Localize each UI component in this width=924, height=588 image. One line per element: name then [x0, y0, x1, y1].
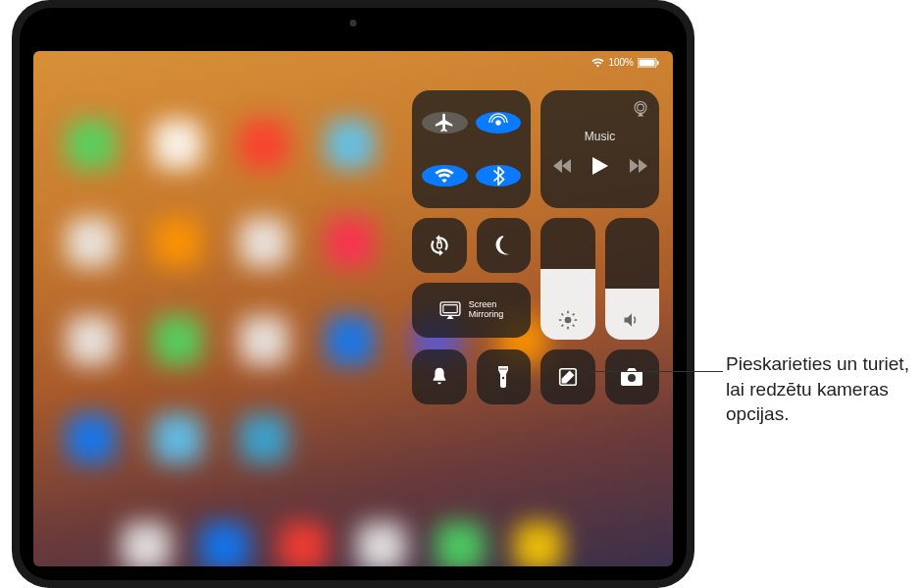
notes-button[interactable]	[540, 349, 595, 404]
airdrop-button[interactable]	[476, 112, 522, 134]
svg-point-9	[564, 317, 571, 324]
wifi-button[interactable]	[422, 165, 468, 187]
ipad-frame: 100%	[12, 0, 694, 588]
volume-icon	[622, 310, 642, 330]
svg-line-16	[561, 325, 563, 327]
svg-point-21	[628, 374, 636, 382]
svg-point-5	[638, 104, 644, 111]
connectivity-module[interactable]	[412, 90, 531, 208]
svg-rect-2	[657, 61, 659, 65]
previous-track-button[interactable]	[553, 159, 571, 173]
screen: 100%	[33, 51, 673, 566]
next-track-button[interactable]	[630, 159, 647, 173]
screen-mirroring-label: Screen Mirroring	[469, 300, 504, 320]
bluetooth-button[interactable]	[476, 165, 522, 187]
music-module[interactable]: Music	[540, 90, 659, 208]
battery-percent: 100%	[608, 57, 634, 68]
device-inner: 100%	[20, 8, 687, 580]
callout-leader-line	[590, 371, 723, 372]
svg-point-18	[502, 377, 504, 379]
rotation-lock-button[interactable]	[412, 218, 467, 273]
svg-rect-1	[640, 59, 655, 66]
svg-line-17	[573, 314, 575, 316]
svg-line-14	[561, 314, 563, 316]
svg-line-15	[573, 325, 575, 327]
screen-mirroring-button[interactable]: Screen Mirroring	[412, 283, 531, 338]
svg-point-3	[495, 120, 501, 126]
flashlight-button[interactable]	[477, 349, 532, 404]
play-button[interactable]	[592, 157, 608, 175]
airplane-mode-button[interactable]	[422, 112, 468, 134]
svg-point-4	[635, 102, 646, 114]
airplay-icon[interactable]	[632, 100, 649, 118]
control-center: Music	[412, 90, 659, 404]
do-not-disturb-button[interactable]	[477, 218, 532, 273]
brightness-icon	[558, 310, 578, 330]
front-camera	[350, 20, 357, 27]
wifi-icon	[591, 58, 604, 68]
silent-mode-button[interactable]	[412, 349, 467, 404]
svg-rect-6	[437, 242, 441, 247]
music-label: Music	[585, 130, 615, 143]
volume-slider[interactable]	[605, 218, 660, 340]
camera-button[interactable]	[605, 349, 660, 404]
battery-icon	[638, 58, 659, 68]
svg-rect-8	[443, 305, 457, 313]
status-bar: 100%	[591, 57, 659, 68]
callout-text: Pieskarieties un turiet, lai redzētu kam…	[726, 351, 912, 427]
brightness-slider[interactable]	[540, 218, 595, 340]
